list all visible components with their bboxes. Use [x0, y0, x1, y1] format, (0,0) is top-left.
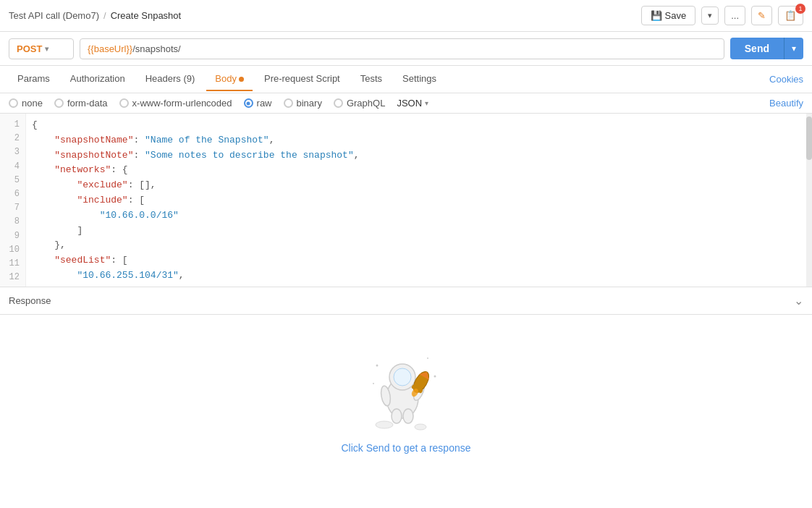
- top-bar-actions: 💾 Save ▾ ... ✎ 📋 1: [641, 6, 803, 25]
- beautify-button[interactable]: Beautify: [769, 98, 803, 109]
- save-button[interactable]: 💾 Save: [641, 6, 696, 25]
- tab-settings[interactable]: Settings: [394, 67, 445, 91]
- response-label: Response: [9, 295, 51, 306]
- url-input[interactable]: {{baseUrl}}/snapshots/: [80, 38, 724, 59]
- notif-badge: 1: [795, 4, 805, 14]
- method-label: POST: [17, 43, 42, 54]
- svg-point-2: [394, 368, 411, 386]
- option-graphql[interactable]: GraphQL: [334, 98, 385, 109]
- svg-point-16: [415, 424, 426, 430]
- svg-point-12: [427, 357, 428, 359]
- svg-point-13: [434, 376, 436, 378]
- body-dot-indicator: [239, 77, 244, 82]
- notif-icon: 📋: [784, 10, 797, 21]
- notifications-button[interactable]: 📋 1: [778, 6, 803, 25]
- option-binary[interactable]: binary: [284, 98, 322, 109]
- line-numbers: 1 2 3 4 5 6 7 8 9 10 11 12 13 14 15: [0, 114, 26, 287]
- chevron-down-icon: ▾: [45, 45, 48, 53]
- tabs-right: Cookies: [769, 74, 803, 85]
- collapse-icon: ⌄: [794, 294, 803, 308]
- breadcrumb-current: Create Snpashot: [111, 10, 182, 21]
- radio-binary: [284, 98, 293, 108]
- beautify-area: Beautify: [769, 98, 803, 109]
- tab-prerequest[interactable]: Pre-request Script: [255, 67, 349, 91]
- option-form-data-label: form-data: [67, 98, 108, 109]
- radio-raw: [244, 98, 253, 108]
- body-options-bar: none form-data x-www-form-urlencoded raw…: [0, 93, 812, 114]
- vertical-scrollbar[interactable]: [806, 114, 812, 287]
- svg-point-5: [392, 409, 402, 423]
- save-icon: 💾: [651, 10, 662, 21]
- tab-authorization[interactable]: Authorization: [62, 67, 134, 91]
- tab-params[interactable]: Params: [9, 67, 59, 91]
- url-bar: POST ▾ {{baseUrl}}/snapshots/ Send ▾: [0, 32, 812, 66]
- breadcrumb-area: Test API call (Demo7) / Create Snpashot: [9, 10, 181, 21]
- astronaut-illustration: [363, 344, 449, 431]
- code-content: { "snapshotName": "Name of the Snapshot"…: [26, 114, 812, 287]
- tab-headers[interactable]: Headers (9): [137, 67, 204, 91]
- more-options-button[interactable]: ...: [724, 6, 745, 25]
- send-button[interactable]: Send: [730, 38, 784, 59]
- option-none-label: none: [22, 98, 43, 109]
- breadcrumb-parent: Test API call (Demo7): [9, 10, 99, 21]
- cookies-link[interactable]: Cookies: [769, 74, 803, 85]
- option-raw[interactable]: raw: [244, 98, 272, 109]
- option-urlencoded[interactable]: x-www-form-urlencoded: [119, 98, 232, 109]
- send-group: Send ▾: [730, 38, 803, 59]
- edit-icon: ✎: [758, 10, 766, 21]
- tab-body[interactable]: Body: [206, 67, 253, 91]
- option-form-data[interactable]: form-data: [54, 98, 108, 109]
- tab-tests[interactable]: Tests: [352, 67, 391, 91]
- send-dropdown-button[interactable]: ▾: [784, 38, 803, 59]
- radio-urlencoded: [119, 98, 129, 108]
- url-path-part: /snapshots/: [132, 43, 181, 54]
- option-binary-label: binary: [297, 98, 322, 109]
- top-bar: Test API call (Demo7) / Create Snpashot …: [0, 0, 812, 32]
- radio-none: [9, 98, 18, 108]
- method-select[interactable]: POST ▾: [9, 38, 74, 59]
- scrollbar-thumb[interactable]: [806, 117, 812, 160]
- breadcrumb-separator: /: [103, 10, 106, 21]
- chevron-down-icon: ▾: [425, 99, 428, 107]
- edit-button[interactable]: ✎: [751, 6, 772, 25]
- svg-point-11: [376, 365, 378, 367]
- svg-point-6: [403, 409, 413, 423]
- code-editor[interactable]: 1 2 3 4 5 6 7 8 9 10 11 12 13 14 15 { "s…: [0, 114, 812, 287]
- empty-response-state: Click Send to get a response: [0, 315, 812, 483]
- empty-state-text[interactable]: Click Send to get a response: [342, 442, 471, 454]
- option-raw-label: raw: [257, 98, 272, 109]
- svg-point-14: [373, 383, 374, 384]
- json-type-label: JSON: [397, 98, 422, 109]
- request-tabs: Params Authorization Headers (9) Body Pr…: [0, 66, 812, 93]
- radio-graphql: [334, 98, 343, 108]
- radio-form-data: [54, 98, 64, 108]
- option-none[interactable]: none: [9, 98, 43, 109]
- response-section-header[interactable]: Response ⌄: [0, 287, 812, 315]
- base-url-part: {{baseUrl}}: [88, 43, 132, 54]
- json-type-dropdown[interactable]: JSON ▾: [397, 98, 428, 109]
- svg-point-15: [376, 421, 393, 428]
- editor-inner: 1 2 3 4 5 6 7 8 9 10 11 12 13 14 15 { "s…: [0, 114, 812, 287]
- option-graphql-label: GraphQL: [347, 98, 385, 109]
- option-urlencoded-label: x-www-form-urlencoded: [132, 98, 232, 109]
- save-dropdown-button[interactable]: ▾: [701, 7, 719, 25]
- save-label: Save: [665, 10, 687, 21]
